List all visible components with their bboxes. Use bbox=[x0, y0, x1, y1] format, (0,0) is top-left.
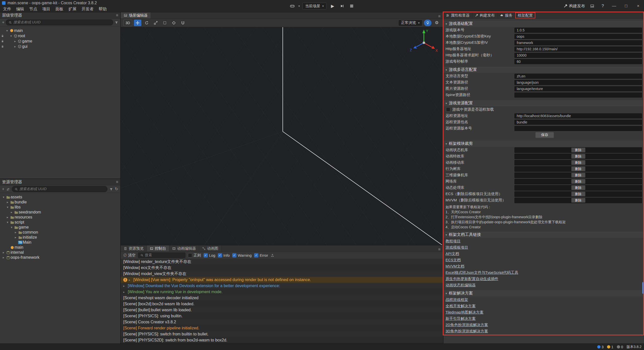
expand-caret-icon[interactable]: ▸ bbox=[13, 45, 17, 48]
maximize-button[interactable]: □ bbox=[622, 2, 630, 10]
asset-node-game[interactable]: ▾ game bbox=[0, 225, 120, 230]
solution-link[interactable]: 新手引导解决方案 bbox=[444, 315, 644, 322]
menu-node[interactable]: 节点 bbox=[27, 7, 40, 12]
expand-caret-icon[interactable]: ▾ bbox=[9, 34, 13, 38]
language-types-input[interactable] bbox=[514, 74, 642, 79]
lock-icon[interactable] bbox=[1, 34, 4, 37]
expand-caret-icon[interactable]: ▸ bbox=[123, 284, 126, 288]
sort-assets-button[interactable] bbox=[6, 187, 10, 191]
remote-url-input[interactable] bbox=[514, 113, 642, 118]
expand-caret-icon[interactable]: ▾ bbox=[6, 221, 10, 224]
solution-link[interactable]: 3D角色扮演游戏解决方案 bbox=[444, 328, 644, 334]
texture-path-input[interactable] bbox=[514, 86, 642, 91]
error-counter[interactable]: 0 bbox=[617, 345, 623, 349]
section-module-trim[interactable]: ▾ 框架模块裁剪 bbox=[444, 141, 644, 147]
doc-link[interactable]: ECS文档 bbox=[444, 257, 644, 263]
export-log-button[interactable] bbox=[271, 253, 274, 257]
delete-button[interactable]: 删除 bbox=[571, 154, 585, 159]
menu-extension[interactable]: 扩展 bbox=[66, 7, 79, 12]
menu-file[interactable]: 文件 bbox=[1, 7, 14, 12]
scale-tool-button[interactable] bbox=[152, 20, 159, 26]
scene-selector[interactable]: 当前场景 ▾ bbox=[302, 3, 327, 10]
remote-bundle-input[interactable] bbox=[514, 120, 642, 125]
expand-caret-icon[interactable]: ▸ bbox=[6, 200, 10, 204]
log-row[interactable]: [Window] render_texture文件夹不存在 bbox=[121, 259, 443, 265]
remote-version-input[interactable] bbox=[514, 126, 642, 131]
build-publish-button[interactable]: 构建发布 bbox=[564, 4, 585, 9]
doc-link[interactable]: Excel格式转Json文件与TypeScript代码工具 bbox=[444, 269, 644, 276]
tab-asset-preview[interactable]: 资源预览 bbox=[121, 245, 147, 251]
log-row[interactable]: [Scene] [box2d]:box2d wasm lib loaded. bbox=[121, 301, 443, 307]
log-row[interactable]: [Scene] meshopt wasm decoder initialized bbox=[121, 295, 443, 301]
assets-filter-icon[interactable] bbox=[109, 187, 113, 191]
solution-link[interactable]: Tiledmap地图解决方案 bbox=[444, 309, 644, 315]
tab-property-inspector[interactable]: 属性检查器 bbox=[444, 12, 472, 18]
expand-caret-icon[interactable]: ▾ bbox=[6, 205, 10, 209]
asset-node-resources[interactable]: ▸ resources bbox=[0, 215, 120, 220]
menu-help[interactable]: 帮助 bbox=[96, 7, 109, 12]
crypto-key-input[interactable] bbox=[514, 34, 642, 39]
expand-caret-icon[interactable]: ▸ bbox=[123, 290, 126, 294]
assets-menu-icon[interactable]: ≡ bbox=[116, 180, 118, 184]
delete-button[interactable]: 删除 bbox=[571, 160, 585, 165]
minimize-button[interactable]: — bbox=[610, 2, 618, 10]
log-row[interactable]: [Scene] [PHYSICS]: using builtin. bbox=[121, 313, 443, 319]
log-row[interactable]: [Scene] [bullet]:bullet wasm lib loaded. bbox=[121, 307, 443, 313]
tab-animation-graph[interactable]: 动画图 bbox=[199, 245, 222, 251]
preview-image-button[interactable] bbox=[589, 3, 596, 9]
doc-link[interactable]: 教程项目 bbox=[444, 238, 644, 244]
solution-link[interactable]: 战棋游戏框架 bbox=[444, 296, 644, 303]
doc-link[interactable]: 动画状态机编辑器 bbox=[444, 282, 644, 288]
delete-button[interactable]: 删除 bbox=[571, 192, 585, 196]
rotate-tool-button[interactable] bbox=[143, 20, 150, 26]
lock-icon[interactable] bbox=[1, 45, 4, 48]
doc-link[interactable]: API文档 bbox=[444, 250, 644, 257]
move-tool-button[interactable] bbox=[134, 20, 141, 26]
expand-caret-icon[interactable]: ▸ bbox=[14, 231, 18, 234]
hierarchy-node-game[interactable]: ▸ game bbox=[0, 38, 120, 44]
hierarchy-node-main[interactable]: ▾ main bbox=[0, 28, 120, 33]
warning-counter[interactable]: 1 bbox=[607, 345, 613, 349]
expand-caret-icon[interactable]: ▸ bbox=[10, 210, 14, 214]
remote-load-checkbox[interactable] bbox=[446, 107, 450, 112]
hierarchy-node-gui[interactable]: ▸ gui bbox=[0, 44, 120, 49]
delete-button[interactable]: 删除 bbox=[571, 148, 585, 152]
asset-node-initialize[interactable]: ▸ initialize bbox=[0, 235, 120, 240]
delete-button[interactable]: 删除 bbox=[571, 198, 585, 203]
lock-icon[interactable] bbox=[1, 40, 4, 43]
step-button[interactable] bbox=[339, 3, 346, 9]
log-row[interactable]: [Scene] Cocos Creator v3.8.2 bbox=[121, 319, 443, 325]
play-button[interactable]: ▶ bbox=[329, 3, 336, 9]
expand-caret-icon[interactable]: ▸ bbox=[129, 278, 132, 282]
section-solutions[interactable]: ▾ 框架解决方案 bbox=[444, 290, 644, 296]
log-row[interactable]: [Window] model_view文件夹不存在 bbox=[121, 271, 443, 277]
fps-input[interactable] bbox=[514, 59, 642, 64]
tab-framework-config[interactable]: 框架配置 bbox=[515, 12, 535, 18]
hierarchy-filter-icon[interactable] bbox=[115, 20, 118, 24]
console-log-list[interactable]: [Window] render_texture文件夹不存在 [Window] e… bbox=[121, 259, 443, 343]
asset-node-libs[interactable]: ▾ libs bbox=[0, 205, 120, 210]
log-row[interactable]: [Scene] [PHYSICS]: switch from builtin t… bbox=[121, 331, 443, 337]
console-search-input[interactable]: 搜索 bbox=[138, 252, 185, 258]
delete-button[interactable]: 删除 bbox=[571, 166, 585, 171]
game-version-input[interactable] bbox=[514, 28, 642, 33]
asset-node-common[interactable]: ▸ common bbox=[0, 230, 120, 235]
log-row[interactable]: [Window] ecs文件夹不存在 bbox=[121, 265, 443, 271]
refresh-assets-button[interactable]: ↻ bbox=[115, 187, 118, 191]
assets-search-input[interactable]: 搜索名称或 UUID bbox=[12, 186, 107, 192]
log-row[interactable]: ▸ [Window] Download the Vue Devtools ext… bbox=[121, 283, 443, 289]
info-checkbox[interactable]: ✓Info bbox=[218, 253, 230, 257]
mode-3d-button[interactable]: 3D bbox=[123, 20, 132, 26]
device-preview-button[interactable] bbox=[289, 3, 296, 9]
asset-node-oops-framework[interactable]: ▸ oops-framework bbox=[0, 255, 120, 260]
http-server-input[interactable] bbox=[514, 47, 642, 52]
tab-service[interactable]: 服务 bbox=[498, 12, 515, 18]
close-button[interactable]: × bbox=[634, 2, 642, 10]
menu-project[interactable]: 项目 bbox=[40, 7, 53, 12]
axis-gizmo[interactable]: Y X Z bbox=[409, 28, 439, 58]
delete-button[interactable]: 删除 bbox=[571, 179, 585, 184]
asset-node-main-ts[interactable]: TS Main bbox=[0, 240, 120, 245]
expand-caret-icon[interactable]: ▸ bbox=[2, 256, 6, 259]
asset-node-script[interactable]: ▾ script bbox=[0, 220, 120, 225]
menu-panel[interactable]: 面板 bbox=[53, 7, 66, 12]
